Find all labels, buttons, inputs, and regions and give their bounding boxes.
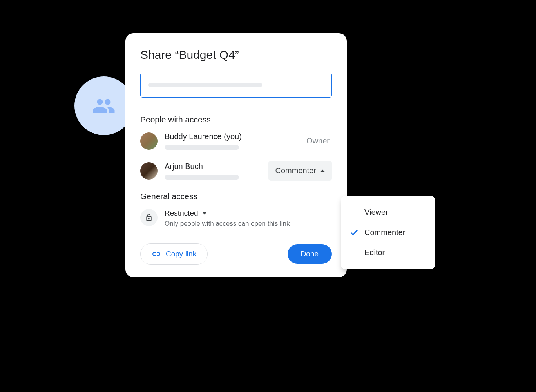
person-name: Arjun Buch (165, 162, 268, 171)
done-button[interactable]: Done (288, 244, 332, 264)
person-name: Buddy Laurence (you) (165, 132, 306, 141)
person-row: Buddy Laurence (you) Owner (140, 132, 332, 150)
role-option-viewer[interactable]: Viewer (341, 202, 435, 222)
dialog-footer: Copy link Done (140, 243, 332, 265)
general-access-row: Restricted Only people with access can o… (140, 209, 332, 228)
check-icon-wrapper (349, 228, 359, 237)
avatar (140, 162, 158, 180)
copy-link-button[interactable]: Copy link (140, 243, 208, 265)
link-icon (152, 249, 161, 259)
lock-icon-circle (140, 209, 158, 226)
people-with-access-heading: People with access (140, 115, 332, 124)
role-option-editor[interactable]: Editor (341, 243, 435, 263)
restricted-dropdown[interactable]: Restricted (165, 209, 290, 218)
role-option-label: Editor (364, 248, 385, 257)
avatar (140, 132, 158, 150)
role-dropdown[interactable]: Commenter (268, 161, 332, 181)
restricted-label: Restricted (165, 209, 198, 218)
role-option-commenter[interactable]: Commenter (341, 222, 435, 243)
people-group-icon (92, 94, 116, 118)
copy-link-label: Copy link (166, 250, 196, 258)
general-access-description: Only people with access can open this li… (165, 220, 290, 228)
role-menu-popup: Viewer Commenter Editor (341, 196, 435, 269)
person-info: Arjun Buch (165, 162, 268, 180)
caret-down-icon (202, 212, 207, 215)
general-access-section: General access Restricted Only people wi… (140, 192, 332, 228)
role-dropdown-label: Commenter (275, 166, 316, 175)
add-people-input[interactable] (140, 73, 332, 98)
caret-up-icon (320, 169, 325, 173)
input-placeholder-skeleton (148, 83, 262, 87)
person-email-skeleton (165, 175, 239, 180)
person-info: Buddy Laurence (you) (165, 132, 306, 150)
dialog-title: Share “Budget Q4” (140, 48, 332, 62)
general-access-info: Restricted Only people with access can o… (165, 209, 290, 228)
role-option-label: Commenter (364, 228, 405, 237)
role-option-label: Viewer (364, 208, 388, 217)
person-email-skeleton (165, 145, 239, 150)
person-row: Arjun Buch Commenter (140, 161, 332, 181)
check-icon (349, 228, 359, 237)
lock-icon (145, 214, 153, 221)
general-access-heading: General access (140, 192, 332, 201)
people-decorative-circle (74, 76, 133, 135)
share-dialog: Share “Budget Q4” People with access Bud… (125, 33, 347, 277)
role-owner-label: Owner (306, 136, 330, 145)
